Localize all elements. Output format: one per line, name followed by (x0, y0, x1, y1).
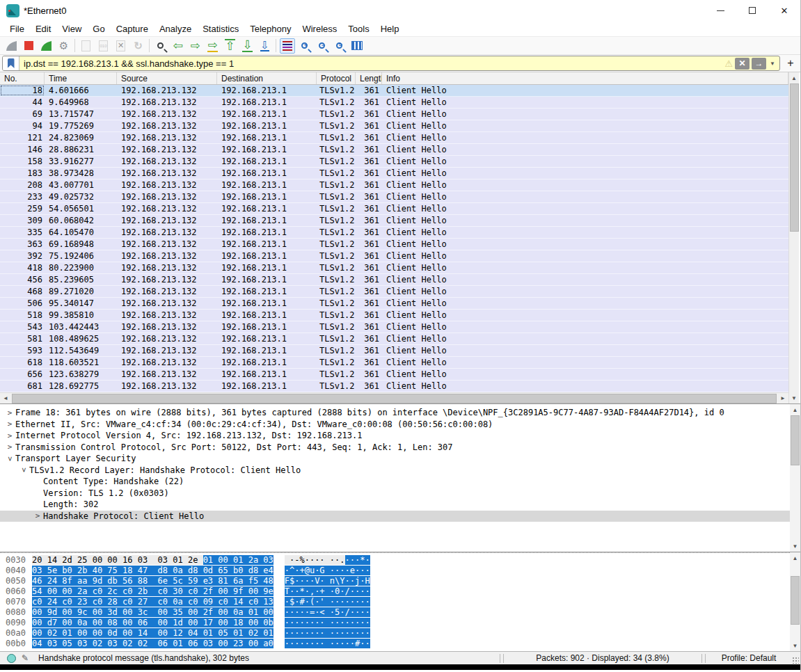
chevron-right-icon[interactable]: > (4, 408, 15, 417)
packet-list-hscrollbar[interactable]: ◄ ► (0, 392, 788, 403)
colorize-packets-icon[interactable] (278, 38, 296, 54)
reload-file-icon[interactable]: ↻ (129, 38, 147, 54)
packet-row[interactable]: 12124.823069192.168.213.132192.168.213.1… (0, 132, 788, 144)
hex-row[interactable]: 006054 00 00 2a c0 2c c0 2b c0 30 c0 2f … (0, 586, 790, 597)
restart-capture-icon[interactable] (38, 38, 55, 54)
column-header-protocol[interactable]: Protocol (317, 72, 356, 84)
scroll-right-icon[interactable]: ► (777, 393, 788, 404)
packet-row[interactable]: 18338.973428192.168.213.132192.168.213.1… (0, 168, 788, 179)
filter-bookmark-button[interactable] (3, 56, 19, 70)
packet-row[interactable]: 25954.056501192.168.213.132192.168.213.1… (0, 203, 788, 215)
packet-row[interactable]: 681128.692775192.168.213.132192.168.213.… (0, 381, 788, 392)
go-to-packet-icon[interactable]: ⇨ (204, 38, 221, 54)
go-back-icon[interactable]: ⇦ (169, 38, 187, 54)
packet-row[interactable]: 656123.638279192.168.213.132192.168.213.… (0, 369, 788, 381)
auto-scroll-icon[interactable]: ⇩ (256, 38, 273, 54)
minimize-button[interactable] (704, 0, 736, 21)
menu-tools[interactable]: Tools (342, 22, 374, 35)
packet-row[interactable]: 39275.192406192.168.213.132192.168.213.1… (0, 250, 788, 262)
menu-capture[interactable]: Capture (111, 22, 154, 35)
packet-row[interactable]: 50695.340147192.168.213.132192.168.213.1… (0, 298, 788, 310)
chevron-right-icon[interactable]: > (4, 431, 15, 440)
chevron-right-icon[interactable]: > (32, 511, 43, 520)
hex-row[interactable]: 005046 24 8f aa 9d db 56 88 6e 5c 59 e3 … (0, 576, 790, 586)
hex-row[interactable]: 009000 d7 00 0a 00 08 00 06 00 1d 00 17 … (0, 618, 790, 628)
filter-clear-button[interactable]: ✕ (735, 58, 750, 70)
scroll-left-icon[interactable]: ◄ (0, 393, 11, 404)
column-header-no[interactable]: No. (0, 72, 45, 84)
save-file-icon[interactable]: 010 (95, 38, 112, 54)
scroll-up-icon[interactable]: ▲ (790, 552, 801, 563)
detail-line[interactable]: >Internet Protocol Version 4, Src: 192.1… (0, 430, 790, 442)
packet-row[interactable]: 23349.025732192.168.213.132192.168.213.1… (0, 191, 788, 203)
packet-row[interactable]: 581108.489625192.168.213.132192.168.213.… (0, 333, 788, 345)
packet-row[interactable]: 30960.068042192.168.213.132192.168.213.1… (0, 215, 788, 227)
scroll-up-icon[interactable]: ▲ (788, 72, 800, 83)
column-header-time[interactable]: Time (45, 72, 117, 84)
packet-row[interactable]: 36369.168948192.168.213.132192.168.213.1… (0, 239, 788, 250)
menu-statistics[interactable]: Statistics (197, 22, 244, 35)
go-forward-icon[interactable]: ⇨ (187, 38, 204, 54)
detail-line[interactable]: >TLSv1.2 Record Layer: Handshake Protoco… (0, 465, 790, 477)
hex-row[interactable]: 00b004 03 05 03 02 03 02 02 06 01 06 03 … (0, 639, 790, 649)
column-header-source[interactable]: Source (117, 72, 217, 84)
zoom-out-icon[interactable]: − (313, 38, 331, 54)
hex-row[interactable]: 008000 9d 00 9c 00 3d 00 3c 00 35 00 2f … (0, 607, 790, 618)
menu-view[interactable]: View (56, 22, 87, 35)
packet-row[interactable]: 46889.271020192.168.213.132192.168.213.1… (0, 286, 788, 298)
zoom-in-icon[interactable]: + (296, 38, 313, 54)
packet-row[interactable]: 543103.442443192.168.213.132192.168.213.… (0, 321, 788, 333)
packet-list-vscrollbar[interactable]: ▲ ▼ (788, 72, 799, 403)
detail-line[interactable]: >Handshake Protocol: Client Hello (0, 511, 790, 522)
capture-comment-icon[interactable]: ✎ (22, 653, 29, 663)
menu-wireless[interactable]: Wireless (296, 22, 342, 35)
menu-help[interactable]: Help (375, 22, 405, 35)
go-last-packet-icon[interactable]: ⇩ (239, 38, 256, 54)
filter-dropdown-icon[interactable]: ▼ (768, 61, 779, 67)
chevron-right-icon[interactable]: > (4, 419, 15, 429)
packet-row[interactable]: 184.601666192.168.213.132192.168.213.1TL… (0, 85, 788, 97)
packet-row[interactable]: 15833.916277192.168.213.132192.168.213.1… (0, 156, 788, 168)
maximize-button[interactable] (736, 0, 768, 21)
start-capture-icon[interactable] (3, 38, 20, 54)
resize-columns-icon[interactable] (348, 38, 365, 54)
packet-row[interactable]: 14628.886231192.168.213.132192.168.213.1… (0, 144, 788, 156)
packet-row[interactable]: 618118.603521192.168.213.132192.168.213.… (0, 357, 788, 369)
packet-row[interactable]: 593112.543649192.168.213.132192.168.213.… (0, 345, 788, 357)
detail-line[interactable]: Length: 302 (0, 499, 790, 511)
column-header-info[interactable]: Info (382, 72, 788, 84)
filter-apply-button[interactable]: → (752, 58, 766, 70)
details-scroll-thumb[interactable] (791, 415, 800, 465)
menu-telephony[interactable]: Telephony (244, 22, 296, 35)
vscroll-thumb[interactable] (790, 83, 799, 232)
detail-line[interactable]: >Transport Layer Security (0, 453, 790, 465)
expert-info-icon[interactable] (7, 654, 16, 663)
packet-row[interactable]: 20843.007701192.168.213.132192.168.213.1… (0, 179, 788, 191)
chevron-down-icon[interactable]: > (6, 453, 15, 464)
detail-line[interactable]: Content Type: Handshake (22) (0, 476, 790, 488)
filter-input[interactable] (19, 58, 724, 69)
packet-row[interactable]: 45685.239605192.168.213.132192.168.213.1… (0, 274, 788, 286)
close-file-icon[interactable]: ✕ (112, 38, 129, 54)
profile-selector[interactable]: Profile: Default (707, 653, 791, 663)
column-header-length[interactable]: Length (356, 72, 382, 84)
hex-row[interactable]: 003020 14 2d 25 00 00 16 03 03 01 2e 01 … (0, 555, 790, 566)
scroll-down-icon[interactable]: ▼ (788, 392, 800, 403)
bytes-scroll-thumb[interactable] (791, 576, 800, 625)
packet-row[interactable]: 6913.715747192.168.213.132192.168.213.1T… (0, 109, 788, 120)
packet-row[interactable]: 449.649968192.168.213.132192.168.213.1TL… (0, 97, 788, 109)
menu-file[interactable]: File (4, 22, 30, 35)
packet-row[interactable]: 33564.105470192.168.213.132192.168.213.1… (0, 227, 788, 239)
detail-line[interactable]: >Ethernet II, Src: VMware_c4:cf:34 (00:0… (0, 419, 790, 431)
resize-grip[interactable] (792, 657, 799, 664)
hex-row[interactable]: 0070c0 24 c0 23 c0 28 c0 27 c0 0a c0 09 … (0, 597, 790, 607)
menu-go[interactable]: Go (87, 22, 110, 35)
bytes-vscrollbar[interactable]: ▲ ▼ (790, 552, 800, 651)
chevron-down-icon[interactable]: > (19, 465, 29, 476)
scroll-down-icon[interactable]: ▼ (790, 541, 801, 552)
hex-row[interactable]: 00a000 02 01 00 00 0d 00 14 00 12 04 01 … (0, 628, 790, 639)
column-header-destination[interactable]: Destination (217, 72, 317, 84)
chevron-right-icon[interactable]: > (4, 442, 15, 451)
packet-row[interactable]: 51899.385810192.168.213.132192.168.213.1… (0, 310, 788, 321)
find-packet-icon[interactable] (152, 38, 169, 54)
